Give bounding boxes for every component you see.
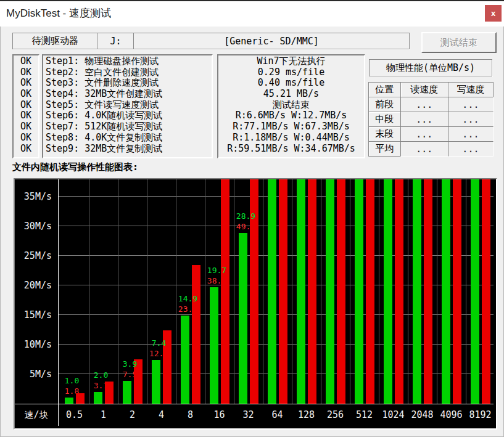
v-gridline xyxy=(321,179,321,404)
bar-read-8192 xyxy=(471,179,479,404)
physical-performance-title: 物理性能(单位MB/s) xyxy=(386,62,475,74)
bar-read-4096 xyxy=(442,179,450,404)
close-button[interactable]: x xyxy=(485,5,502,22)
y-axis-tick: 10M/s xyxy=(15,339,52,350)
close-icon: x xyxy=(491,9,495,18)
bar-read-512 xyxy=(355,179,363,404)
table-row-label: 平均 xyxy=(368,141,401,157)
x-axis-tick: 8 xyxy=(176,404,205,426)
bar-write-128 xyxy=(308,179,316,404)
x-axis-tick: 2 xyxy=(118,404,147,426)
table-row: 中段...... xyxy=(369,112,494,127)
x-axis-tick: 64 xyxy=(263,404,292,426)
results-panel: Win7下无法执行0.29 ms/file0.40 ms/file45.21 M… xyxy=(217,54,365,158)
bar-value-label-read: 19.7 xyxy=(203,266,231,274)
table-header-cell: 读速度 xyxy=(400,82,448,97)
bar-value-label-read: 14.9 xyxy=(174,295,202,303)
drive-letter: J: xyxy=(110,36,121,47)
drive-letter-box[interactable]: J: xyxy=(97,33,134,49)
y-axis-tick: 30M/s xyxy=(15,221,52,232)
x-axis-tick: 2048 xyxy=(408,404,437,426)
bar-value-label-read: 2.0 xyxy=(87,371,115,379)
bar-value-label-read: 3.9 xyxy=(116,360,144,368)
x-axis-unit-label: 速/块 xyxy=(15,404,58,426)
v-gridline xyxy=(379,179,379,404)
x-axis-tick: 256 xyxy=(321,404,350,426)
table-value-cell: ... xyxy=(400,112,448,127)
v-gridline xyxy=(466,179,466,404)
bar-read-256 xyxy=(326,179,334,404)
step-item: Step8: 4.0K文件复制测试 xyxy=(43,133,212,144)
x-axis-tick: 1024 xyxy=(379,404,408,426)
bar-write-1 xyxy=(105,382,114,404)
v-gridline xyxy=(437,179,437,404)
device-name: [Generic- SD/MMC] xyxy=(224,36,319,47)
x-axis-tick: 512 xyxy=(350,404,379,426)
result-line: R:1.18MB/s W:0.44MB/s xyxy=(218,133,364,144)
bar-write-8 xyxy=(192,265,200,404)
app-window: MyDiskTest - 速度测试 x 待测驱动器 J: [Generic- S… xyxy=(0,0,504,437)
bar-read-128 xyxy=(297,179,305,404)
y-axis-labels: 5M/s10M/s15M/s20M/s25M/s30M/s35M/s xyxy=(15,179,58,404)
title-bar: MyDiskTest - 速度测试 x xyxy=(0,0,504,27)
drive-label-box: 待测驱动器 xyxy=(12,33,98,49)
x-axis-tick: 0.5 xyxy=(60,404,89,426)
bar-write-64 xyxy=(279,179,287,404)
step-item: Step4: 32MB文件创建测试 xyxy=(43,89,212,100)
bar-read-0.5 xyxy=(65,398,73,404)
bar-read-32 xyxy=(239,233,247,404)
ok-status-row: OK xyxy=(14,67,38,78)
v-gridline xyxy=(176,179,176,404)
table-value-cell: ... xyxy=(400,97,448,112)
device-name-box: [Generic- SD/MMC] xyxy=(133,33,410,49)
ok-status-row: OK xyxy=(14,78,38,89)
ok-status-row: OK xyxy=(14,89,38,100)
ok-status-row: OK xyxy=(14,144,38,155)
bar-value-label-read: 1.0 xyxy=(58,377,86,385)
step-item: Step6: 4.0K随机读写测试 xyxy=(43,110,212,121)
bar-write-8192 xyxy=(482,179,490,404)
result-line: 45.21 MB/s xyxy=(218,89,364,100)
y-axis-tick: 20M/s xyxy=(15,280,52,291)
bar-read-16 xyxy=(210,287,218,404)
ok-status-row: OK xyxy=(14,121,38,133)
table-row: 前段...... xyxy=(369,97,494,112)
chart-caption: 文件内随机读写操作性能图表: xyxy=(12,161,138,173)
result-line: 测试结束 xyxy=(218,100,364,111)
table-header-row: 位置读速度写速度 xyxy=(369,83,494,97)
v-gridline xyxy=(350,179,350,404)
bar-value-label-read: 7.4 xyxy=(145,339,173,347)
bar-read-4 xyxy=(152,360,160,404)
ok-status-row: OK xyxy=(14,133,38,144)
step-item: Step3: 文件删除速度测试 xyxy=(43,78,212,89)
v-gridline xyxy=(205,179,205,404)
table-row-label: 中段 xyxy=(368,112,401,127)
axis-separator-line xyxy=(58,179,59,426)
v-gridline xyxy=(292,179,292,404)
bars-area: 1.01.82.03.73.97.57.412.414.923.419.738.… xyxy=(59,179,494,404)
ok-status-row: OK xyxy=(14,110,38,121)
y-axis-tick: 25M/s xyxy=(15,250,52,261)
bar-read-1 xyxy=(94,392,102,404)
y-axis-tick: 35M/s xyxy=(15,191,52,202)
bar-read-1024 xyxy=(384,179,392,404)
table-header-cell: 位置 xyxy=(368,82,401,97)
bar-write-256 xyxy=(337,179,345,404)
result-line: R:59.51MB/s W:34.67MB/s xyxy=(218,144,364,155)
x-axis-tick: 4096 xyxy=(437,404,466,426)
table-row-label: 末段 xyxy=(368,126,401,142)
x-axis-tick: 16 xyxy=(205,404,234,426)
table-row-label: 前段 xyxy=(368,97,401,112)
bar-read-64 xyxy=(268,179,276,404)
test-finish-button[interactable]: 测试结束 xyxy=(421,32,497,53)
table-row: 末段...... xyxy=(369,127,494,142)
x-axis: 速/块0.51248163264128256512102420484096819… xyxy=(15,404,494,426)
window-title: MyDiskTest - 速度测试 xyxy=(6,1,111,25)
result-line: Win7下无法执行 xyxy=(218,56,364,67)
step-item: Step9: 32MB文件复制测试 xyxy=(43,144,212,155)
bar-write-0.5 xyxy=(76,393,85,404)
drive-label: 待测驱动器 xyxy=(32,35,78,47)
x-axis-tick: 1 xyxy=(89,404,118,426)
bar-write-1024 xyxy=(395,179,403,404)
y-axis-tick: 5M/s xyxy=(15,369,52,380)
